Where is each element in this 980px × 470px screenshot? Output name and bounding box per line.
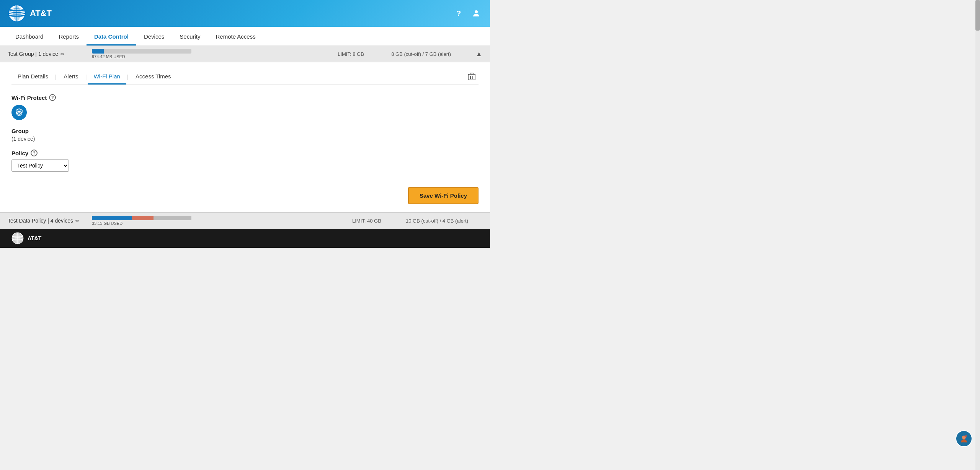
policy-section: Policy ? Test Policy Policy 1 Policy 2 <box>11 150 479 172</box>
policy-help-icon[interactable]: ? <box>31 150 38 156</box>
footer: AT&T <box>0 229 490 248</box>
group-progress-bar <box>92 49 191 54</box>
footer-globe-icon <box>11 232 24 244</box>
group-progress-fill <box>92 49 104 54</box>
wifi-protect-icon <box>11 105 27 120</box>
nav-remote-access[interactable]: Remote Access <box>208 28 263 46</box>
bottom-progress-gray <box>154 216 191 220</box>
nav-data-control[interactable]: Data Control <box>87 28 136 46</box>
help-button[interactable]: ? <box>452 7 465 20</box>
svg-point-9 <box>19 114 20 115</box>
group-row-limit: LIMIT: 8 GB <box>338 51 384 57</box>
bottom-group-title-text: Test Data Policy | 4 devices <box>8 218 73 224</box>
policy-label: Policy ? <box>11 150 479 156</box>
wifi-protect-title: Wi-Fi Protect ? <box>11 94 479 101</box>
tab-wifi-plan[interactable]: Wi-Fi Plan <box>88 70 126 85</box>
logo: AT&T <box>8 4 52 23</box>
main-content: Test Group | 1 device ✏ 974.42 MB USED L… <box>0 46 490 229</box>
bottom-group-edit-icon[interactable]: ✏ <box>75 218 80 224</box>
group-row-bottom: Test Data Policy | 4 devices ✏ 33.13 GB … <box>0 212 490 229</box>
wifi-shield-icon <box>15 108 24 117</box>
bottom-group-usage: 33.13 GB USED <box>92 216 345 226</box>
group-row-title: Test Group | 1 device ✏ <box>8 51 84 57</box>
bottom-group-cutoff: 10 GB (cut-off) / 4 GB (alert) <box>406 218 482 224</box>
bottom-group-limit: LIMIT: 40 GB <box>352 218 398 224</box>
save-wifi-policy-button[interactable]: Save Wi-Fi Policy <box>408 187 479 204</box>
nav-security[interactable]: Security <box>172 28 208 46</box>
svg-rect-5 <box>468 74 475 80</box>
tab-alerts[interactable]: Alerts <box>57 70 84 85</box>
att-globe-icon <box>8 4 26 23</box>
user-button[interactable] <box>470 7 482 20</box>
tab-sep-2: | <box>85 74 88 81</box>
policy-label-text: Policy <box>11 150 28 156</box>
nav-devices[interactable]: Devices <box>136 28 172 46</box>
tab-sep-1: | <box>54 74 57 81</box>
nav-reports[interactable]: Reports <box>51 28 87 46</box>
tab-sep-3: | <box>126 74 129 81</box>
group-section-value: (1 device) <box>11 136 479 142</box>
wifi-protect-help-icon[interactable]: ? <box>49 94 56 101</box>
group-row-toggle-icon[interactable]: ▲ <box>475 50 482 58</box>
wifi-protect-label: Wi-Fi Protect <box>11 94 47 101</box>
bottom-progress-bar <box>92 216 191 220</box>
group-row-usage: 974.42 MB USED <box>92 49 330 59</box>
group-section-label: Group <box>11 128 479 134</box>
nav-bar: Dashboard Reports Data Control Devices S… <box>0 27 490 46</box>
plan-panel: Plan Details | Alerts | Wi-Fi Plan | Acc… <box>0 62 490 212</box>
policy-select[interactable]: Test Policy Policy 1 Policy 2 <box>11 159 69 172</box>
tab-access-times[interactable]: Access Times <box>129 70 177 85</box>
group-usage-label: 974.42 MB USED <box>92 54 125 59</box>
bottom-usage-label: 33.13 GB USED <box>92 221 122 226</box>
save-button-row: Save Wi-Fi Policy <box>11 183 479 204</box>
tab-plan-details[interactable]: Plan Details <box>11 70 54 85</box>
bottom-progress-blue <box>92 216 132 220</box>
header-icons: ? <box>452 7 482 20</box>
svg-point-4 <box>475 10 478 13</box>
group-row-cutoff: 8 GB (cut-off) / 7 GB (alert) <box>391 51 468 57</box>
trash-icon <box>468 72 475 81</box>
group-row-edit-icon[interactable]: ✏ <box>60 51 65 57</box>
delete-plan-button[interactable] <box>465 71 479 84</box>
footer-logo-text: AT&T <box>28 235 41 241</box>
group-row-top: Test Group | 1 device ✏ 974.42 MB USED L… <box>0 46 490 62</box>
bottom-progress-orange <box>132 216 154 220</box>
group-section: Group (1 device) <box>11 128 479 142</box>
wifi-protect-section: Wi-Fi Protect ? <box>11 94 479 120</box>
bottom-group-title: Test Data Policy | 4 devices ✏ <box>8 218 84 224</box>
group-row-title-text: Test Group | 1 device <box>8 51 58 57</box>
plan-tabs: Plan Details | Alerts | Wi-Fi Plan | Acc… <box>11 70 479 85</box>
logo-text: AT&T <box>30 8 52 18</box>
header: AT&T ? <box>0 0 490 27</box>
nav-dashboard[interactable]: Dashboard <box>8 28 51 46</box>
